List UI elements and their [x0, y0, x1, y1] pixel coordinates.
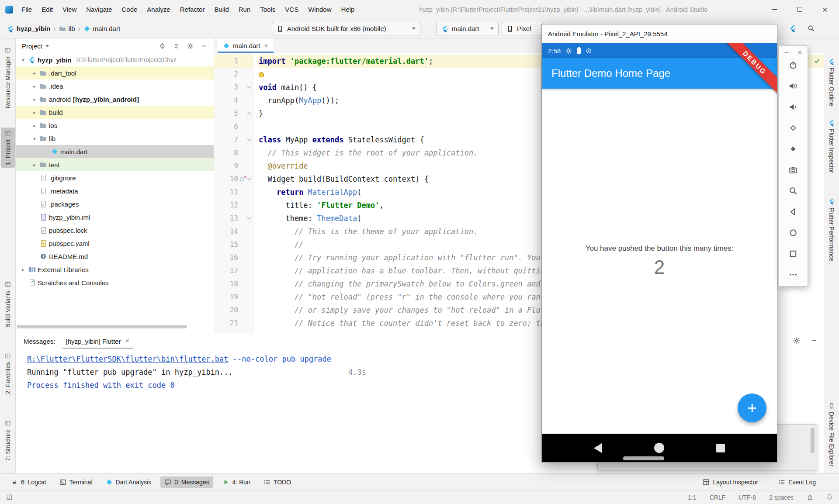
- inspections-ok-icon[interactable]: [814, 58, 820, 64]
- menu-view[interactable]: View: [58, 6, 81, 13]
- volume-up-icon[interactable]: [789, 82, 797, 90]
- menu-vcs[interactable]: VCS: [280, 6, 303, 13]
- menu-window[interactable]: Window: [303, 6, 336, 13]
- tree-item-build[interactable]: ▸build: [16, 106, 214, 119]
- power-icon[interactable]: [789, 61, 797, 69]
- tree-item-gitignore[interactable]: .gitignore: [16, 171, 214, 184]
- breadcrumb-main-dart[interactable]: main.dart: [83, 25, 121, 32]
- tool-window-button-0-messages[interactable]: 0: Messages: [160, 476, 213, 488]
- tree-item-test[interactable]: ▸test: [16, 158, 214, 171]
- tool-window-button-4-run[interactable]: 4: Run: [218, 476, 254, 488]
- status-crlf[interactable]: CRLF: [710, 494, 726, 501]
- fold-toggle-icon[interactable]: [247, 137, 252, 141]
- tool-window-button-todo[interactable]: TODO: [260, 476, 295, 488]
- rotate-left-icon[interactable]: [789, 124, 797, 132]
- hide-panel-icon[interactable]: [811, 337, 818, 344]
- menu-build[interactable]: Build: [209, 6, 233, 13]
- breadcrumb-lib[interactable]: lib: [59, 25, 75, 32]
- tool-window-button-6-logcat[interactable]: 6: Logcat: [7, 476, 50, 488]
- minimize-button[interactable]: [784, 49, 790, 55]
- stripe-tab-flutter-inspector[interactable]: Flutter Inspector: [825, 117, 839, 176]
- run-config-selector[interactable]: main.dart: [437, 22, 499, 35]
- stripe-tab-2-favorites[interactable]: 2: Favorites: [1, 350, 15, 397]
- notifications-icon[interactable]: [826, 494, 833, 501]
- menu-file[interactable]: File: [17, 6, 37, 13]
- tool-window-button-event-log[interactable]: Event Log: [774, 476, 820, 488]
- fab-increment-button[interactable]: +: [738, 394, 766, 422]
- tree-toggle-icon[interactable]: ▸: [31, 84, 38, 89]
- override-icon[interactable]: ↑: [240, 176, 246, 182]
- close-tab-icon[interactable]: ×: [264, 42, 268, 50]
- tree-item-hyzp-yibin-iml[interactable]: hyzp_yibin.iml: [16, 211, 214, 224]
- tree-toggle-icon[interactable]: ▸: [31, 110, 38, 115]
- flutter-bat-link[interactable]: R:\Flutter\FlutterSDK\flutter\bin\flutte…: [27, 355, 229, 363]
- fold-toggle-icon[interactable]: [247, 112, 252, 117]
- tree-item-main-dart[interactable]: main.dart: [16, 145, 214, 158]
- hide-panel-icon[interactable]: [201, 43, 208, 49]
- tool-window-button-dart-analysis[interactable]: Dart Analysis: [102, 476, 156, 488]
- menu-navigate[interactable]: Navigate: [81, 6, 117, 13]
- stripe-tab-flutter-performance[interactable]: Flutter Performance: [825, 196, 839, 264]
- gear-icon[interactable]: [187, 43, 194, 49]
- stripe-tab-build-variants[interactable]: Build Variants: [1, 279, 15, 330]
- back-icon[interactable]: [789, 207, 797, 216]
- rotate-right-icon[interactable]: [789, 145, 797, 153]
- scrollbar-thumb[interactable]: [811, 428, 815, 453]
- tree-item-lib[interactable]: ▾lib: [16, 132, 214, 145]
- tree-toggle-icon[interactable]: ▸: [31, 123, 38, 128]
- tree-toggle-icon[interactable]: ▸: [31, 97, 38, 102]
- close-button[interactable]: [797, 49, 803, 55]
- minimize-button[interactable]: [771, 6, 778, 13]
- tree-toggle-icon[interactable]: ▸: [31, 71, 38, 76]
- status-utf-8[interactable]: UTF-8: [738, 494, 756, 501]
- fold-toggle-icon[interactable]: [247, 215, 252, 220]
- tree-item-scratches-and-consoles[interactable]: Scratches and Consoles: [16, 276, 214, 289]
- nav-recents-button[interactable]: [716, 444, 725, 452]
- tree-item-android[interactable]: ▸android [hyzp_yibin_android]: [16, 93, 214, 106]
- stripe-tab-1-project[interactable]: 1: Project: [1, 128, 15, 168]
- close-tab-icon[interactable]: ×: [125, 337, 129, 345]
- readonly-lock-icon[interactable]: [807, 494, 813, 501]
- nav-back-button[interactable]: [594, 443, 602, 453]
- restore-button[interactable]: [796, 6, 803, 13]
- status-2-spaces[interactable]: 2 spaces: [769, 494, 794, 501]
- tree-item-external-libraries[interactable]: ▸External Libraries: [16, 263, 214, 276]
- flutter-attach-icon[interactable]: [789, 25, 796, 32]
- collapse-all-icon[interactable]: [173, 43, 180, 49]
- status-1-1[interactable]: 1:1: [688, 494, 696, 501]
- locate-file-icon[interactable]: [159, 43, 166, 49]
- tree-toggle-icon[interactable]: ▾: [31, 136, 38, 141]
- nav-home-button[interactable]: [654, 443, 664, 453]
- tool-window-button-layout-inspector[interactable]: Layout Inspector: [699, 476, 762, 488]
- menu-edit[interactable]: Edit: [37, 6, 58, 13]
- pixel-device-button[interactable]: Pixel: [502, 22, 544, 35]
- tree-item-ios[interactable]: ▸ios: [16, 119, 214, 132]
- tree-item-pubspec-yaml[interactable]: pubspec.yaml: [16, 237, 214, 250]
- tree-item-readme-md[interactable]: README.md: [16, 250, 214, 263]
- more-icon[interactable]: [789, 270, 797, 279]
- tree-toggle-icon[interactable]: ▸: [31, 162, 38, 167]
- tree-item-pubspec-lock[interactable]: pubspec.lock: [16, 224, 214, 237]
- menu-run[interactable]: Run: [234, 6, 256, 13]
- close-button[interactable]: ×: [822, 6, 829, 13]
- stripe-tab-flutter-outline[interactable]: Flutter Outline: [825, 56, 839, 109]
- fold-toggle-icon[interactable]: [247, 84, 252, 89]
- fold-toggle-icon[interactable]: [247, 176, 252, 180]
- tree-toggle-icon[interactable]: ▾: [20, 58, 26, 62]
- zoom-icon[interactable]: [789, 186, 797, 195]
- tree-item-hyzp-yibin[interactable]: ▾hyzp_yibinR:\FlutterProject\FlutterProj…: [16, 53, 214, 66]
- overview-icon[interactable]: [789, 249, 797, 258]
- home-icon[interactable]: [789, 228, 797, 237]
- emulator-horizontal-scrollbar[interactable]: [623, 456, 664, 460]
- camera-icon[interactable]: [789, 166, 797, 174]
- menu-code[interactable]: Code: [117, 6, 142, 13]
- tool-window-switcher-icon[interactable]: [6, 494, 13, 501]
- menu-tools[interactable]: Tools: [255, 6, 280, 13]
- project-horizontal-scrollbar[interactable]: [17, 325, 187, 328]
- stripe-tab-7-structure[interactable]: 7: Structure: [1, 418, 15, 463]
- tree-toggle-icon[interactable]: ▸: [20, 267, 26, 272]
- menu-refactor[interactable]: Refactor: [175, 6, 210, 13]
- tree-item-packages[interactable]: .packages: [16, 197, 214, 211]
- tree-item-idea[interactable]: ▸.idea: [16, 79, 214, 93]
- menu-help[interactable]: Help: [336, 6, 360, 13]
